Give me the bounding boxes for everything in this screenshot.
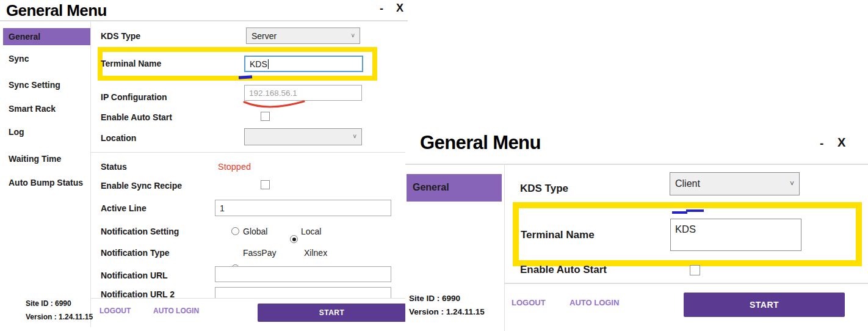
status-label: Status	[101, 162, 127, 172]
logout-button[interactable]: LOGOUT	[512, 298, 546, 307]
terminal-name-label: Terminal Name	[521, 229, 595, 241]
kds-type-value: Server	[251, 31, 277, 41]
active-line-value: 1	[220, 203, 225, 213]
auto-login-button[interactable]: AUTO LOGIN	[570, 298, 619, 307]
enable-sync-recipe-checkbox[interactable]	[261, 180, 270, 189]
notification-type-xilnex-label: Xilnex	[304, 248, 327, 258]
chevron-down-icon: ˅	[351, 33, 355, 39]
enable-auto-start-label: Enable Auto Start	[101, 112, 172, 122]
kds-type-label: KDS Type	[520, 183, 568, 195]
start-button[interactable]: START	[684, 293, 845, 317]
ip-configuration-value: 192.168.56.1	[249, 89, 297, 98]
version-text: Version : 1.24.11.15	[409, 307, 485, 316]
close-button[interactable]: X	[396, 2, 403, 15]
notification-setting-label: Notification Setting	[101, 227, 179, 236]
notification-setting-global-radio[interactable]	[231, 227, 239, 235]
active-line-label: Active Line	[101, 203, 146, 213]
enable-auto-start-label: Enable Auto Start	[520, 264, 607, 276]
terminal-name-input[interactable]: KDS	[244, 56, 363, 72]
notification-type-label: Notification Type	[101, 248, 170, 258]
site-id-text: Site ID : 6990	[26, 299, 71, 308]
footer-bar: LOGOUT AUTO LOGIN START	[91, 298, 408, 327]
ip-configuration-label: IP Configuration	[101, 92, 167, 102]
footer-divider	[504, 283, 868, 284]
sidebar-item-smart-rack[interactable]: Smart Rack	[9, 104, 56, 114]
sidebar-item-general[interactable]: General	[407, 174, 502, 202]
enable-auto-start-checkbox[interactable]	[261, 112, 270, 121]
enable-sync-recipe-label: Enable Sync Recipe	[101, 181, 182, 191]
kds-type-dropdown[interactable]: Client ˅	[670, 172, 800, 195]
sidebar-item-label: General	[407, 174, 502, 193]
location-label: Location	[101, 133, 136, 143]
terminal-name-input[interactable]: KDS	[670, 219, 801, 251]
notification-setting-local-radio[interactable]	[290, 235, 298, 243]
sidebar-item-sync-setting[interactable]: Sync Setting	[9, 80, 60, 90]
active-line-input[interactable]: 1	[215, 200, 391, 216]
sidebar-item-log[interactable]: Log	[9, 127, 24, 137]
sidebar-item-general[interactable]: General	[3, 28, 90, 45]
sidebar-item-label: General	[3, 28, 90, 42]
page-title: General Menu	[6, 1, 107, 20]
blue-dash-annotation	[672, 209, 706, 215]
kds-type-label: KDS Type	[101, 31, 140, 41]
kds-type-dropdown[interactable]: Server ˅	[246, 27, 360, 44]
site-id-text: Site ID : 6990	[409, 294, 460, 303]
left-window: General Menu - X General Sync Sync Setti…	[0, 0, 408, 331]
enable-auto-start-checkbox[interactable]	[690, 265, 700, 275]
notification-setting-global-label: Global	[243, 227, 267, 236]
screenshot-canvas: General Menu - X General Sync Sync Setti…	[0, 0, 868, 331]
start-button[interactable]: START	[258, 304, 406, 322]
red-underline-annotation	[243, 99, 305, 109]
terminal-name-label: Terminal Name	[101, 59, 161, 68]
logout-button[interactable]: LOGOUT	[99, 307, 131, 315]
notification-url-input[interactable]	[215, 266, 391, 282]
text-cursor	[268, 59, 269, 69]
auto-login-button[interactable]: AUTO LOGIN	[153, 307, 199, 315]
notification-setting-local-label: Local	[301, 227, 321, 236]
notification-type-fasspay-label: FassPay	[243, 248, 276, 258]
sidebar-divider	[90, 20, 91, 327]
title-divider	[0, 20, 408, 21]
terminal-name-value: KDS	[250, 59, 267, 69]
sidebar-item-sync[interactable]: Sync	[9, 54, 29, 64]
close-button[interactable]: X	[837, 136, 845, 150]
chevron-down-icon: ˅	[353, 134, 356, 140]
section-divider	[91, 152, 408, 153]
title-divider	[405, 164, 868, 165]
sidebar-item-auto-bump-status[interactable]: Auto Bump Status	[9, 178, 83, 187]
status-value: Stopped	[218, 162, 251, 172]
blue-dash-annotation	[239, 75, 252, 79]
minimize-button[interactable]: -	[820, 137, 823, 150]
notification-url-label: Notification URL	[101, 271, 168, 280]
sidebar-item-waiting-time[interactable]: Waiting Time	[9, 154, 61, 164]
sidebar-divider	[504, 164, 505, 331]
minimize-button[interactable]: -	[380, 2, 383, 15]
kds-type-value: Client	[675, 178, 700, 189]
version-text: Version : 1.24.11.15	[26, 313, 93, 321]
chevron-down-icon: ˅	[790, 180, 794, 187]
page-title: General Menu	[420, 132, 541, 154]
location-dropdown[interactable]: ˅	[244, 128, 362, 145]
right-window: General Menu - X General KDS Type Client…	[405, 128, 868, 331]
terminal-name-value: KDS	[675, 224, 696, 235]
